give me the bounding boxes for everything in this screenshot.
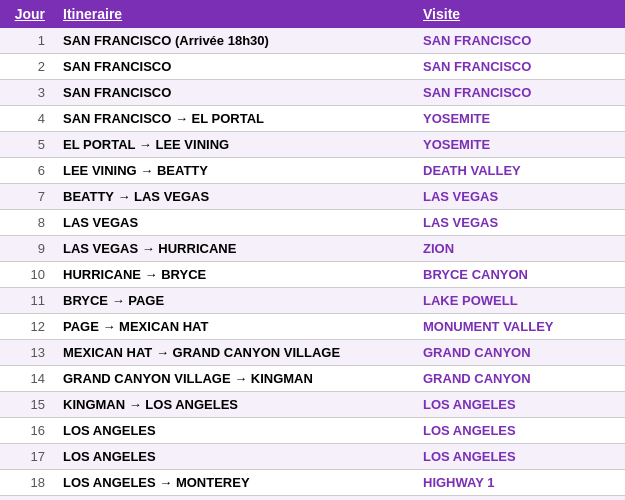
- cell-jour: 8: [0, 210, 55, 236]
- cell-itineraire: LEE VINING → BEATTY: [55, 158, 415, 184]
- cell-visite: LAS VEGAS: [415, 210, 625, 236]
- table-row: 7BEATTY → LAS VEGASLAS VEGAS: [0, 184, 625, 210]
- table-row: 3SAN FRANCISCOSAN FRANCISCO: [0, 80, 625, 106]
- table-row: 10HURRICANE → BRYCEBRYCE CANYON: [0, 262, 625, 288]
- cell-jour: 19: [0, 496, 55, 501]
- table-row: 4SAN FRANCISCO → EL PORTALYOSEMITE: [0, 106, 625, 132]
- itinerary-table: Jour Itineraire Visite 1SAN FRANCISCO (A…: [0, 0, 625, 500]
- cell-itineraire: LAS VEGAS: [55, 210, 415, 236]
- table-row: 6LEE VINING → BEATTYDEATH VALLEY: [0, 158, 625, 184]
- cell-jour: 7: [0, 184, 55, 210]
- cell-jour: 10: [0, 262, 55, 288]
- cell-visite: YOSEMITE: [415, 132, 625, 158]
- cell-visite: DEATH VALLEY: [415, 158, 625, 184]
- cell-itineraire: BEATTY → LAS VEGAS: [55, 184, 415, 210]
- table-row: 14GRAND CANYON VILLAGE → KINGMANGRAND CA…: [0, 366, 625, 392]
- cell-itineraire: LOS ANGELES: [55, 444, 415, 470]
- cell-itineraire: SAN FRANCISCO: [55, 80, 415, 106]
- cell-itineraire: LOS ANGELES: [55, 418, 415, 444]
- cell-itineraire: MEXICAN HAT → GRAND CANYON VILLAGE: [55, 340, 415, 366]
- cell-jour: 12: [0, 314, 55, 340]
- cell-itineraire: SAN FRANCISCO: [55, 54, 415, 80]
- cell-itineraire: LOS ANGELES → MONTEREY: [55, 470, 415, 496]
- cell-jour: 6: [0, 158, 55, 184]
- cell-visite: [415, 496, 625, 501]
- table-row: 11BRYCE → PAGELAKE POWELL: [0, 288, 625, 314]
- header-jour: Jour: [0, 0, 55, 28]
- cell-visite: LOS ANGELES: [415, 392, 625, 418]
- cell-itineraire: SAN FRANCISCO (Arrivée 18h30): [55, 28, 415, 54]
- cell-itineraire: BRYCE → PAGE: [55, 288, 415, 314]
- cell-visite: LOS ANGELES: [415, 444, 625, 470]
- cell-itineraire: LAS VEGAS → HURRICANE: [55, 236, 415, 262]
- cell-jour: 3: [0, 80, 55, 106]
- cell-itineraire: EL PORTAL → LEE VINING: [55, 132, 415, 158]
- table-row: 8LAS VEGASLAS VEGAS: [0, 210, 625, 236]
- cell-visite: GRAND CANYON: [415, 340, 625, 366]
- cell-visite: BRYCE CANYON: [415, 262, 625, 288]
- cell-jour: 13: [0, 340, 55, 366]
- cell-visite: GRAND CANYON: [415, 366, 625, 392]
- table-row: 18LOS ANGELES → MONTEREYHIGHWAY 1: [0, 470, 625, 496]
- cell-jour: 2: [0, 54, 55, 80]
- cell-jour: 14: [0, 366, 55, 392]
- cell-jour: 1: [0, 28, 55, 54]
- cell-visite: HIGHWAY 1: [415, 470, 625, 496]
- table-row: 19MONTEREY → SAN FRANCISCO (Départ 20h45…: [0, 496, 625, 501]
- cell-itineraire: GRAND CANYON VILLAGE → KINGMAN: [55, 366, 415, 392]
- table-row: 15KINGMAN → LOS ANGELESLOS ANGELES: [0, 392, 625, 418]
- cell-visite: LAKE POWELL: [415, 288, 625, 314]
- cell-jour: 4: [0, 106, 55, 132]
- cell-jour: 16: [0, 418, 55, 444]
- table-row: 17LOS ANGELESLOS ANGELES: [0, 444, 625, 470]
- cell-jour: 11: [0, 288, 55, 314]
- cell-jour: 5: [0, 132, 55, 158]
- table-row: 9LAS VEGAS → HURRICANEZION: [0, 236, 625, 262]
- cell-visite: LAS VEGAS: [415, 184, 625, 210]
- cell-itineraire: SAN FRANCISCO → EL PORTAL: [55, 106, 415, 132]
- table-row: 5EL PORTAL → LEE VININGYOSEMITE: [0, 132, 625, 158]
- table-row: 2SAN FRANCISCOSAN FRANCISCO: [0, 54, 625, 80]
- cell-jour: 18: [0, 470, 55, 496]
- cell-jour: 15: [0, 392, 55, 418]
- header-itineraire: Itineraire: [55, 0, 415, 28]
- cell-visite: MONUMENT VALLEY: [415, 314, 625, 340]
- cell-visite: ZION: [415, 236, 625, 262]
- cell-itineraire: HURRICANE → BRYCE: [55, 262, 415, 288]
- table-row: 13MEXICAN HAT → GRAND CANYON VILLAGEGRAN…: [0, 340, 625, 366]
- cell-itineraire: KINGMAN → LOS ANGELES: [55, 392, 415, 418]
- table-row: 12PAGE → MEXICAN HATMONUMENT VALLEY: [0, 314, 625, 340]
- header-visite: Visite: [415, 0, 625, 28]
- cell-visite: SAN FRANCISCO: [415, 54, 625, 80]
- cell-visite: SAN FRANCISCO: [415, 80, 625, 106]
- cell-jour: 17: [0, 444, 55, 470]
- table-row: 16LOS ANGELESLOS ANGELES: [0, 418, 625, 444]
- cell-visite: LOS ANGELES: [415, 418, 625, 444]
- cell-jour: 9: [0, 236, 55, 262]
- cell-itineraire: MONTEREY → SAN FRANCISCO (Départ 20h45): [55, 496, 415, 501]
- cell-visite: YOSEMITE: [415, 106, 625, 132]
- table-header-row: Jour Itineraire Visite: [0, 0, 625, 28]
- table-row: 1SAN FRANCISCO (Arrivée 18h30)SAN FRANCI…: [0, 28, 625, 54]
- cell-visite: SAN FRANCISCO: [415, 28, 625, 54]
- cell-itineraire: PAGE → MEXICAN HAT: [55, 314, 415, 340]
